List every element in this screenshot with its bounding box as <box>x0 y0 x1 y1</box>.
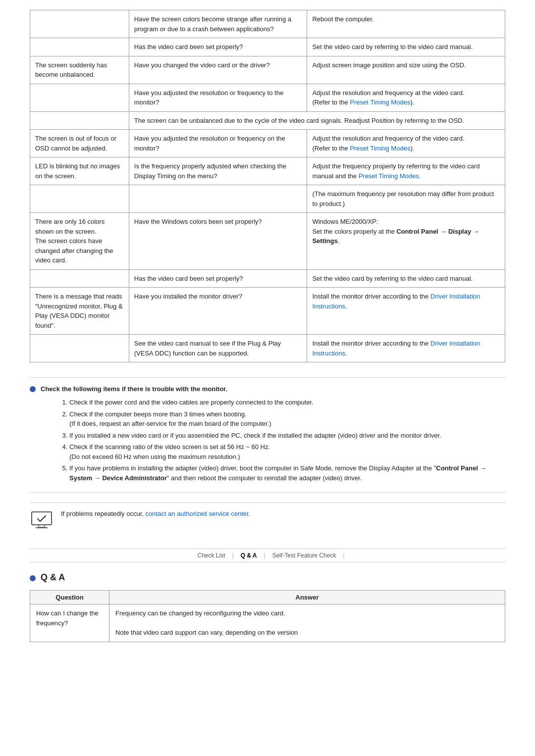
check-item-2: Check if the computer beeps more than 3 … <box>69 409 505 429</box>
solution-cell: Reboot the computer. <box>307 10 505 38</box>
warning-icon <box>30 509 54 533</box>
table-row: There is a message that reads "Unrecogni… <box>30 288 505 335</box>
symptom-cell <box>30 10 129 38</box>
check-item-4: Check if the scanning ratio of the video… <box>69 442 505 461</box>
solution-cell: (The maximum frequency per resolution ma… <box>307 185 505 213</box>
solution-cell: Install the monitor driver according to … <box>307 335 505 362</box>
symptom-cell <box>30 185 129 213</box>
qa-col-question: Question <box>30 591 109 605</box>
check-header-text: Check the following items if there is tr… <box>41 385 227 393</box>
table-row: The screen can be unbalanced due to the … <box>30 111 505 130</box>
table-row: The screen suddenly has become unbalance… <box>30 56 505 84</box>
check-item-5: If you have problems in installing the a… <box>69 463 505 483</box>
table-row: See the video card manual to see if the … <box>30 335 505 362</box>
table-row: Have you adjusted the resolution or freq… <box>30 84 505 111</box>
svg-rect-1 <box>39 525 45 527</box>
table-row: Has the video card been set properly? Se… <box>30 38 505 56</box>
nav-tabs: Check List | Q & A | Self-Test Feature C… <box>30 549 505 562</box>
preset-timing-link3[interactable]: Preset Timing Modes <box>359 172 419 180</box>
symptom-cell: There is a message that reads "Unrecogni… <box>30 288 129 335</box>
table-row: (The maximum frequency per resolution ma… <box>30 185 505 213</box>
symptom-cell <box>30 38 129 56</box>
driver-install-link[interactable]: Driver Installation Instructions <box>312 293 480 310</box>
qa-header: Q & A <box>30 572 505 583</box>
warning-text: If problems repeatedly occur, contact an… <box>61 509 250 519</box>
check-list: Check if the power cord and the video ca… <box>30 398 505 483</box>
warning-text-before: If problems repeatedly occur, <box>61 510 146 517</box>
page-container: Have the screen colors become strange af… <box>0 0 535 657</box>
qa-table: Question Answer How can I change the fre… <box>30 590 505 642</box>
qa-table-body: How can I change the frequency? Frequenc… <box>30 605 505 642</box>
driver-install-link2[interactable]: Driver Installation Instructions <box>312 340 480 357</box>
check-section: Check the following items if there is tr… <box>30 377 505 493</box>
solution-cell: Adjust the resolution and frequency of t… <box>307 130 505 157</box>
check-cell: Have you installed the monitor driver? <box>129 288 307 335</box>
table-row: Has the video card been set properly? Se… <box>30 269 505 288</box>
symptom-cell <box>30 84 129 111</box>
symptom-cell <box>30 111 129 130</box>
solution-cell: Windows ME/2000/XP:Set the colors proper… <box>307 213 505 270</box>
service-center-link[interactable]: contact an authorized service center <box>146 510 249 517</box>
qa-col-answer: Answer <box>109 591 505 605</box>
preset-timing-link[interactable]: Preset Timing Modes <box>350 99 410 106</box>
table-row: The screen is out of focus or OSD cannot… <box>30 130 505 157</box>
check-item-3: If you installed a new video card or if … <box>69 431 505 441</box>
check-cell: Have the Windows colors been set properl… <box>129 213 307 270</box>
qa-bullet-icon <box>30 575 36 581</box>
check-cell: Have you changed the video card or the d… <box>129 56 307 84</box>
qa-table-head: Question Answer <box>30 591 505 605</box>
troubleshooting-table: Have the screen colors become strange af… <box>30 10 505 362</box>
check-cell: Have you adjusted the resolution or freq… <box>129 130 307 157</box>
check-items: Check if the power cord and the video ca… <box>59 398 505 483</box>
preset-timing-link2[interactable]: Preset Timing Modes <box>350 145 410 152</box>
solution-cell: Set the video card by referring to the v… <box>307 269 505 288</box>
check-cell: See the video card manual to see if the … <box>129 335 307 362</box>
solution-cell: Set the video card by referring to the v… <box>307 38 505 56</box>
check-header: Check the following items if there is tr… <box>30 385 505 393</box>
qa-row-1: How can I change the frequency? Frequenc… <box>30 605 505 642</box>
warning-text-after: . <box>249 510 251 517</box>
check-cell: Has the video card been set properly? <box>129 38 307 56</box>
nav-sep-3: | <box>343 552 344 559</box>
warning-svg <box>30 509 54 533</box>
check-cell: Have the screen colors become strange af… <box>129 10 307 38</box>
solution-cell: Adjust screen image position and size us… <box>307 56 505 84</box>
symptom-cell: LED is blinking but no images on the scr… <box>30 157 129 185</box>
tab-qa[interactable]: Q & A <box>234 552 264 559</box>
qa-title: Q & A <box>41 572 65 583</box>
svg-rect-0 <box>32 512 52 525</box>
symptom-cell <box>30 269 129 288</box>
warning-box: If problems repeatedly occur, contact an… <box>30 503 505 539</box>
note-cell: The screen can be unbalanced due to the … <box>129 111 505 130</box>
solution-cell: Install the monitor driver according to … <box>307 288 505 335</box>
check-cell <box>129 185 307 213</box>
tab-self-test[interactable]: Self-Test Feature Check <box>266 552 343 559</box>
symptom-cell <box>30 335 129 362</box>
qa-answer-1: Frequency can be changed by reconfigurin… <box>109 605 505 642</box>
check-cell: Have you adjusted the resolution or freq… <box>129 84 307 111</box>
solution-cell: Adjust the resolution and frequency at t… <box>307 84 505 111</box>
symptom-cell: There are only 16 colors shown on the sc… <box>30 213 129 270</box>
table-row: Have the screen colors become strange af… <box>30 10 505 38</box>
qa-header-row: Question Answer <box>30 591 505 605</box>
bullet-icon <box>30 386 36 392</box>
table-row: There are only 16 colors shown on the sc… <box>30 213 505 270</box>
tab-check-list[interactable]: Check List <box>190 552 232 559</box>
check-item-1: Check if the power cord and the video ca… <box>69 398 505 407</box>
table-row: LED is blinking but no images on the scr… <box>30 157 505 185</box>
check-cell: Has the video card been set properly? <box>129 269 307 288</box>
check-cell: Is the frequency properly adjusted when … <box>129 157 307 185</box>
solution-cell: Adjust the frequency properly by referri… <box>307 157 505 185</box>
qa-question-1: How can I change the frequency? <box>30 605 109 642</box>
symptom-cell: The screen is out of focus or OSD cannot… <box>30 130 129 157</box>
symptom-cell: The screen suddenly has become unbalance… <box>30 56 129 84</box>
